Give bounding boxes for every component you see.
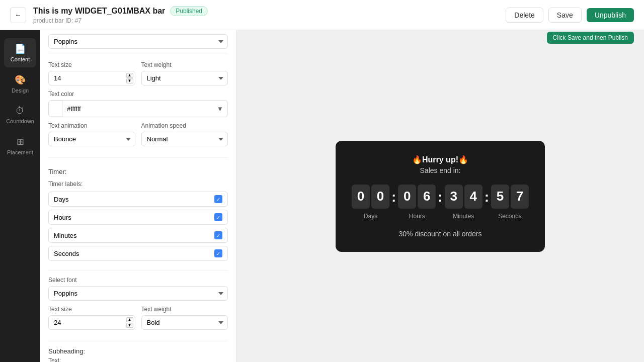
top-font-select[interactable]: Poppins: [48, 34, 228, 49]
timer-size-input-wrapper: ▲ ▼: [48, 315, 135, 330]
save-button[interactable]: Save: [548, 8, 582, 23]
text-size-weight-row: Text size ▲ ▼ Text weight Light Normal: [48, 61, 228, 85]
animation-row: Text animation None Bounce Fade Slide An…: [48, 122, 228, 146]
subheading-text-label: Text:: [48, 357, 228, 362]
timer-label-minutes-text: Minutes: [54, 232, 77, 239]
timer-days-label: Days: [364, 213, 377, 220]
header-title-area: This is my WIDGET_G01MBAX bar Published …: [33, 6, 208, 24]
timer-seconds-unit: 5 7 Seconds: [491, 185, 529, 220]
countdown-icon: ⏱: [16, 106, 25, 116]
top-font-section: Poppins: [48, 30, 228, 53]
status-badge: Published: [170, 6, 208, 16]
delete-button[interactable]: Delete: [506, 8, 543, 23]
header-subtitle: product bar ID: #7: [33, 17, 208, 24]
timer-size-up[interactable]: ▲: [126, 317, 133, 322]
colon-2: :: [438, 189, 442, 215]
timer-font-select[interactable]: Poppins: [48, 286, 228, 301]
header-title-row: This is my WIDGET_G01MBAX bar Published: [33, 6, 208, 16]
timer-weight-field-group: Text weight Light Normal Bold: [141, 306, 228, 330]
text-size-input-wrapper: ▲ ▼: [48, 71, 135, 85]
sidebar-item-label-placement: Placement: [7, 149, 33, 155]
timer-seconds-digits: 5 7: [491, 185, 529, 209]
countdown-discount: 30% discount on all orders: [352, 230, 529, 238]
countdown-timer: 0 0 Days : 0 6 Hours :: [352, 185, 529, 220]
color-value-input[interactable]: [63, 102, 213, 116]
timer-size-weight-row: Text size ▲ ▼ Text weight Light Normal: [48, 306, 228, 330]
preview-area: 🔥Hurry up!🔥 Sales end in: 0 0 Days : 0 6: [236, 30, 644, 362]
timer-minutes-label: Minutes: [453, 213, 474, 220]
text-size-input[interactable]: [48, 71, 135, 85]
color-dropdown-btn[interactable]: ▼: [213, 102, 227, 116]
timer-minutes-digits: 3 4: [445, 185, 482, 209]
color-swatch[interactable]: [49, 101, 63, 117]
sidebar-item-placement[interactable]: ⊞ Placement: [4, 131, 36, 160]
timer-label-hours-text: Hours: [54, 214, 71, 221]
sidebar-item-label-design: Design: [12, 87, 29, 94]
back-icon: ←: [15, 11, 21, 19]
timer-days-digits: 0 0: [352, 185, 389, 209]
text-color-label: Text color: [48, 90, 228, 98]
timer-label-hours: Hours: [48, 210, 228, 225]
timer-days-digit-1: 0: [371, 185, 389, 209]
timer-seconds-digit-1: 7: [511, 185, 529, 209]
sidebar-item-design[interactable]: 🎨 Design: [4, 69, 36, 99]
timer-label-seconds-text: Seconds: [54, 250, 79, 257]
sidebar-item-content[interactable]: 📄 Content: [4, 38, 36, 67]
header-actions: Delete Save Unpublish: [506, 8, 634, 23]
timer-days-digit-0: 0: [352, 185, 370, 209]
sidebar-item-countdown[interactable]: ⏱ Countdown: [4, 101, 36, 129]
back-button[interactable]: ←: [10, 7, 26, 23]
header: ← This is my WIDGET_G01MBAX bar Publishe…: [0, 0, 644, 30]
timer-label-days: Days: [48, 192, 228, 207]
main-layout: 📄 Content 🎨 Design ⏱ Countdown ⊞ Placeme…: [0, 30, 644, 362]
timer-hours-label: Hours: [409, 213, 425, 220]
content-icon: 📄: [15, 43, 26, 54]
timer-hours-checkbox[interactable]: [214, 213, 222, 221]
text-style-section: Text size ▲ ▼ Text weight Light Normal: [48, 55, 228, 158]
text-size-up[interactable]: ▲: [126, 73, 133, 78]
save-hint: Click Save and then Publish: [547, 32, 634, 44]
subheading-title: Subheading:: [48, 347, 228, 355]
timer-labels-title: Timer labels:: [48, 180, 228, 188]
countdown-subheading: Sales end in:: [352, 166, 529, 174]
timer-minutes-unit: 3 4 Minutes: [445, 185, 482, 220]
timer-seconds-checkbox[interactable]: [214, 249, 222, 257]
animation-speed-select[interactable]: Slow Normal Fast: [141, 132, 228, 146]
timer-minutes-checkbox[interactable]: [214, 231, 222, 239]
text-weight-label: Text weight: [141, 61, 228, 68]
timer-label-seconds: Seconds: [48, 246, 228, 261]
timer-seconds-label: Seconds: [498, 213, 522, 220]
timer-section: Timer: Timer labels: Days Hours Minutes …: [48, 158, 228, 270]
text-weight-field-group: Text weight Light Normal Bold: [141, 61, 228, 85]
timer-size-spinners: ▲ ▼: [126, 317, 133, 328]
timer-hours-digits: 0 6: [398, 185, 436, 209]
colon-3: :: [485, 189, 489, 215]
timer-size-field-group: Text size ▲ ▼: [48, 306, 135, 330]
timer-days-checkbox[interactable]: [214, 195, 222, 203]
timer-minutes-digit-1: 4: [464, 185, 482, 209]
text-color-field: ▼: [48, 100, 228, 117]
subheading-section: Subheading: Text:: [48, 341, 228, 362]
timer-size-down[interactable]: ▼: [126, 323, 133, 328]
text-size-label: Text size: [48, 61, 135, 68]
text-weight-select[interactable]: Light Normal Bold: [141, 71, 228, 85]
timer-days-unit: 0 0 Days: [352, 185, 389, 220]
sidebar-item-label-content: Content: [11, 56, 30, 62]
text-size-down[interactable]: ▼: [126, 78, 133, 83]
timer-weight-select[interactable]: Light Normal Bold: [141, 315, 228, 330]
unpublish-button[interactable]: Unpublish: [587, 8, 634, 22]
animation-speed-label: Animation speed: [141, 122, 228, 129]
text-animation-select[interactable]: None Bounce Fade Slide: [48, 132, 135, 146]
timer-size-label: Text size: [48, 306, 135, 313]
timer-size-input[interactable]: [48, 315, 135, 330]
timer-hours-digit-0: 0: [398, 185, 416, 209]
text-color-section: Text color ▼: [48, 90, 228, 117]
countdown-widget: 🔥Hurry up!🔥 Sales end in: 0 0 Days : 0 6: [336, 141, 545, 252]
sidebar-nav: 📄 Content 🎨 Design ⏱ Countdown ⊞ Placeme…: [0, 30, 40, 362]
select-font-label: Select font: [48, 277, 228, 284]
text-size-spinners: ▲ ▼: [126, 73, 133, 83]
sidebar-item-label-countdown: Countdown: [6, 118, 34, 124]
page-title: This is my WIDGET_G01MBAX bar: [33, 7, 165, 16]
timer-label-days-text: Days: [54, 196, 69, 203]
timer-seconds-digit-0: 5: [491, 185, 509, 209]
